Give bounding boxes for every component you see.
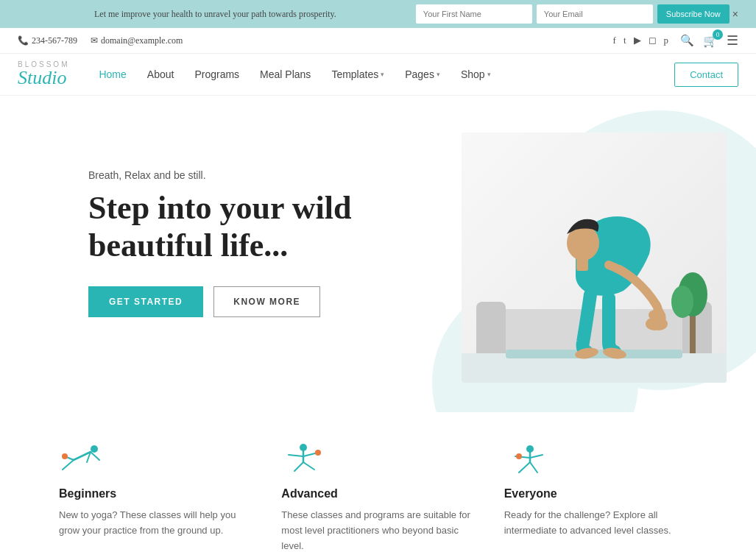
pinterest-icon[interactable]: p — [664, 35, 669, 46]
shop-chevron: ▾ — [487, 71, 491, 78]
contact-actions: 🔍 🛒 0 ☰ — [680, 32, 738, 49]
templates-chevron: ▾ — [381, 71, 384, 78]
svg-line-27 — [303, 462, 314, 470]
everyone-desc: Ready for the challenge? Explore all int… — [504, 508, 697, 539]
facebook-icon[interactable]: f — [613, 35, 616, 46]
email-address: domain@example.com — [101, 35, 183, 46]
pages-label: Pages — [405, 68, 434, 80]
main-nav: BLOSSOM Studio Home About Programs Meal … — [0, 54, 756, 96]
get-started-button[interactable]: GET STARTED — [88, 286, 203, 317]
social-icons: f t ▶ ◻ p — [613, 35, 668, 46]
logo-bottom-text: Studio — [18, 68, 66, 88]
svg-rect-1 — [484, 309, 704, 353]
banner-form: Subscribe Now — [416, 4, 729, 24]
first-name-input[interactable] — [416, 4, 532, 24]
nav-about[interactable]: About — [147, 68, 174, 80]
beginners-yoga-svg — [59, 442, 103, 478]
search-icon[interactable]: 🔍 — [680, 34, 694, 47]
svg-line-32 — [530, 455, 543, 458]
twitter-icon[interactable]: t — [623, 35, 626, 46]
banner-text: Let me improve your health to unravel yo… — [15, 9, 416, 20]
everyone-icon — [504, 442, 548, 478]
nav-links: Home About Programs Meal Plans Templates… — [99, 68, 674, 80]
pages-chevron: ▾ — [437, 71, 440, 78]
logo: BLOSSOM Studio — [18, 61, 69, 88]
hero-content: Breath, Relax and be still. Step into yo… — [88, 140, 462, 317]
nav-templates[interactable]: Templates ▾ — [331, 68, 384, 80]
contact-button[interactable]: Contact — [674, 63, 738, 87]
nav-meal-plans[interactable]: Meal Plans — [260, 68, 311, 80]
svg-point-35 — [516, 453, 522, 459]
feature-everyone: Everyone Ready for the challenge? Explor… — [504, 442, 697, 552]
instagram-icon[interactable]: ◻ — [649, 35, 657, 46]
close-banner-button[interactable]: × — [729, 4, 741, 24]
advanced-yoga-svg — [281, 442, 325, 478]
everyone-yoga-svg — [504, 442, 548, 478]
svg-line-19 — [91, 452, 99, 460]
hero-image — [462, 132, 727, 383]
advanced-desc: These classes and programs are suitable … — [281, 508, 474, 552]
phone-icon: 📞 — [18, 35, 29, 46]
contact-bar: 📞 234-567-789 ✉ domain@example.com f t ▶… — [0, 28, 756, 54]
email-info: ✉ domain@example.com — [91, 35, 183, 46]
cart-badge-count: 0 — [713, 29, 723, 40]
hero-section: Breath, Relax and be still. Step into yo… — [0, 96, 756, 412]
nav-home[interactable]: Home — [99, 68, 126, 80]
nav-programs[interactable]: Programs — [194, 68, 239, 80]
svg-point-8 — [671, 286, 693, 318]
email-icon: ✉ — [91, 35, 98, 46]
hero-image-placeholder — [462, 132, 727, 383]
svg-line-34 — [530, 462, 537, 473]
phone-number: 234-567-789 — [32, 35, 77, 46]
svg-rect-2 — [476, 302, 506, 361]
cart-icon-wrapper[interactable]: 🛒 0 — [703, 34, 718, 48]
nav-shop[interactable]: Shop ▾ — [461, 68, 491, 80]
feature-beginners: Beginners New to yoga? These classes wil… — [59, 442, 252, 552]
svg-point-21 — [62, 453, 68, 459]
beginners-icon — [59, 442, 103, 478]
advanced-title: Advanced — [281, 487, 474, 500]
top-banner: Let me improve your health to unravel yo… — [0, 0, 756, 28]
email-input[interactable] — [537, 4, 653, 24]
templates-label: Templates — [331, 68, 378, 80]
youtube-icon[interactable]: ▶ — [634, 35, 641, 46]
svg-rect-10 — [576, 258, 588, 271]
contact-info: 📞 234-567-789 ✉ domain@example.com — [18, 35, 183, 46]
nav-pages[interactable]: Pages ▾ — [405, 68, 440, 80]
hero-subtitle: Breath, Relax and be still. — [88, 169, 462, 181]
beginners-title: Beginners — [59, 487, 252, 500]
hero-title: Step into your wild beautiful life... — [88, 190, 462, 264]
advanced-icon — [281, 442, 325, 478]
beginners-desc: New to yoga? These classes will help you… — [59, 508, 252, 539]
subscribe-button[interactable]: Subscribe Now — [657, 4, 729, 24]
know-more-button[interactable]: KNOW MORE — [213, 286, 320, 317]
shop-label: Shop — [461, 68, 485, 80]
everyone-title: Everyone — [504, 487, 697, 500]
features-section: Beginners New to yoga? These classes wil… — [0, 412, 756, 552]
svg-point-14 — [650, 317, 668, 330]
svg-point-29 — [526, 445, 534, 453]
phone-info: 📞 234-567-789 — [18, 35, 77, 46]
svg-line-18 — [63, 460, 74, 470]
menu-icon[interactable]: ☰ — [727, 32, 738, 49]
svg-point-15 — [91, 445, 98, 453]
feature-advanced: Advanced These classes and programs are … — [281, 442, 474, 552]
svg-point-28 — [315, 450, 321, 456]
svg-line-33 — [519, 462, 530, 473]
svg-line-26 — [294, 462, 303, 471]
svg-line-24 — [289, 455, 303, 456]
svg-point-22 — [300, 444, 307, 451]
hero-buttons: GET STARTED KNOW MORE — [88, 286, 462, 317]
yoga-illustration — [462, 132, 727, 383]
